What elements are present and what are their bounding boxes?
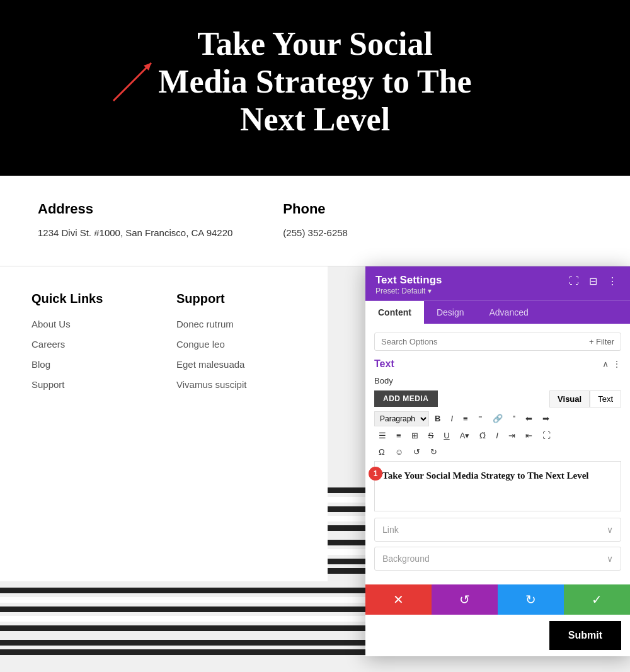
justify-button[interactable]: ≡: [392, 428, 406, 443]
text-section-icons: ∧ ⋮: [602, 359, 621, 369]
address-label: Address: [38, 201, 232, 217]
support-title: Support: [176, 292, 296, 306]
indent-button[interactable]: ⇥: [504, 428, 520, 443]
split-view-icon[interactable]: ⊟: [587, 274, 600, 288]
visual-text-toggle: Visual Text: [549, 390, 621, 407]
align-left-button[interactable]: ⬅: [521, 411, 537, 426]
fullscreen2-button[interactable]: ⛶: [538, 428, 555, 443]
italic2-button[interactable]: I: [491, 428, 503, 443]
emoji-button[interactable]: ☺: [391, 445, 408, 459]
modal-title: Text Settings: [375, 274, 442, 287]
submit-button[interactable]: Submit: [549, 621, 621, 650]
submit-area: Submit: [365, 615, 630, 656]
special-char-button[interactable]: Ω̈: [475, 428, 490, 443]
list-item: Donec rutrum: [176, 319, 296, 330]
main-content: Quick Links About Us Careers Blog Suppor…: [0, 266, 630, 581]
phone-value: (255) 352-6258: [283, 226, 348, 241]
redo-editor-button[interactable]: ↻: [426, 445, 442, 459]
search-options-input[interactable]: [381, 337, 507, 346]
background-chevron-icon: ∨: [607, 554, 613, 564]
underline-button[interactable]: U: [439, 428, 454, 443]
modal-title-area: Text Settings Preset: Default ▾: [375, 274, 442, 295]
editor-text-content[interactable]: Take Your Social Media Strategy to The N…: [382, 469, 613, 482]
bold-button[interactable]: B: [430, 411, 445, 426]
filter-button[interactable]: + Filter: [589, 337, 614, 346]
support-link-1[interactable]: Donec rutrum: [176, 319, 234, 329]
modal-header-actions: ⛶ ⊟ ⋮: [566, 274, 620, 288]
editor-badge: 1: [369, 467, 382, 481]
unordered-list-button[interactable]: ≡: [459, 411, 472, 426]
link-label: Link: [382, 525, 399, 535]
search-options-bar: + Filter: [374, 333, 621, 351]
editor-content-area[interactable]: 1 Take Your Social Media Strategy to The…: [374, 461, 621, 511]
quick-link-blog[interactable]: Blog: [32, 359, 50, 370]
text-section-title: Text: [374, 358, 394, 370]
body-label: Body: [374, 376, 621, 385]
modal-tabs: Content Design Advanced: [365, 300, 630, 324]
visual-mode-button[interactable]: Visual: [549, 390, 590, 407]
list-item: About Us: [32, 319, 151, 330]
quick-links-title: Quick Links: [32, 292, 151, 306]
outdent-button[interactable]: ⇤: [521, 428, 537, 443]
modal-preset[interactable]: Preset: Default ▾: [375, 287, 442, 295]
collapse-icon[interactable]: ∧: [602, 359, 609, 369]
sidebar: Quick Links About Us Careers Blog Suppor…: [0, 266, 328, 581]
list-item: Congue leo: [176, 339, 296, 350]
add-media-button[interactable]: ADD MEDIA: [374, 390, 438, 407]
italic-button[interactable]: I: [446, 411, 457, 426]
cancel-button[interactable]: ✕: [365, 584, 432, 615]
toolbar-row-2: ☰ ≡ ⊞ S U A▾ Ω̈ I ⇥ ⇤ ⛶: [374, 428, 621, 443]
modal-footer: ✕ ↺ ↻ ✓: [365, 584, 630, 615]
undo-button[interactable]: ↺: [432, 584, 498, 615]
support-link-4[interactable]: Vivamus suscipit: [176, 379, 246, 390]
ordered-list-button[interactable]: ⁼: [474, 411, 487, 426]
blockquote-button[interactable]: ": [508, 411, 520, 426]
phone-col: Phone (255) 352-6258: [283, 201, 348, 241]
link-chevron-icon: ∨: [607, 525, 613, 535]
list-item: Eget malesuada: [176, 359, 296, 370]
support-link-2[interactable]: Congue leo: [176, 339, 225, 350]
align-right-button[interactable]: ➡: [538, 411, 554, 426]
background-section[interactable]: Background ∨: [374, 547, 621, 571]
quick-link-careers[interactable]: Careers: [32, 339, 65, 350]
paragraph-select[interactable]: Paragraph Heading 1 Heading 2: [374, 411, 429, 426]
toolbar-row-1: Paragraph Heading 1 Heading 2 B I ≡ ⁼ 🔗 …: [374, 411, 621, 426]
toolbar-row-3: Ω ☺ ↺ ↻: [374, 445, 621, 459]
background-label: Background: [382, 554, 430, 564]
quick-links-col: Quick Links About Us Careers Blog Suppor…: [32, 292, 151, 399]
support-link-3[interactable]: Eget malesuada: [176, 359, 244, 370]
phone-label: Phone: [283, 201, 348, 217]
hero-section: Take Your Social Media Strategy to The N…: [0, 0, 630, 176]
font-color-button[interactable]: A▾: [455, 428, 474, 443]
tab-advanced[interactable]: Advanced: [476, 301, 541, 324]
tab-design[interactable]: Design: [424, 301, 477, 324]
quick-link-about[interactable]: About Us: [32, 319, 71, 329]
link-button[interactable]: 🔗: [488, 411, 507, 426]
fullscreen-icon[interactable]: ⛶: [566, 274, 581, 288]
tab-content[interactable]: Content: [365, 301, 424, 324]
table-button[interactable]: ⊞: [407, 428, 423, 443]
list-item: Support: [32, 379, 151, 390]
undo-editor-button[interactable]: ↺: [409, 445, 425, 459]
editor-toolbar-top: ADD MEDIA Visual Text: [374, 390, 621, 407]
text-section-more-icon[interactable]: ⋮: [612, 359, 621, 369]
quick-links-list: About Us Careers Blog Support: [32, 319, 151, 390]
strikethrough-button[interactable]: S: [424, 428, 438, 443]
text-section-header: Text ∧ ⋮: [374, 358, 621, 370]
link-section[interactable]: Link ∨: [374, 518, 621, 542]
more-options-icon[interactable]: ⋮: [605, 274, 620, 288]
modal-body: + Filter Text ∧ ⋮ Body ADD MEDIA Visual …: [365, 324, 630, 584]
text-mode-button[interactable]: Text: [590, 390, 621, 407]
redo-button[interactable]: ↻: [498, 584, 564, 615]
support-links-list: Donec rutrum Congue leo Eget malesuada V…: [176, 319, 296, 390]
list-item: Blog: [32, 359, 151, 370]
omega-button[interactable]: Ω: [374, 445, 389, 459]
quick-link-support[interactable]: Support: [32, 379, 65, 390]
confirm-button[interactable]: ✓: [564, 584, 630, 615]
text-settings-modal: Text Settings Preset: Default ▾ ⛶ ⊟ ⋮ Co…: [365, 266, 630, 656]
address-value: 1234 Divi St. #1000, San Francisco, CA 9…: [38, 226, 232, 241]
support-col: Support Donec rutrum Congue leo Eget mal…: [176, 292, 296, 399]
contact-section: Address 1234 Divi St. #1000, San Francis…: [0, 176, 630, 266]
address-col: Address 1234 Divi St. #1000, San Francis…: [38, 201, 232, 241]
align-center-button[interactable]: ☰: [374, 428, 391, 443]
